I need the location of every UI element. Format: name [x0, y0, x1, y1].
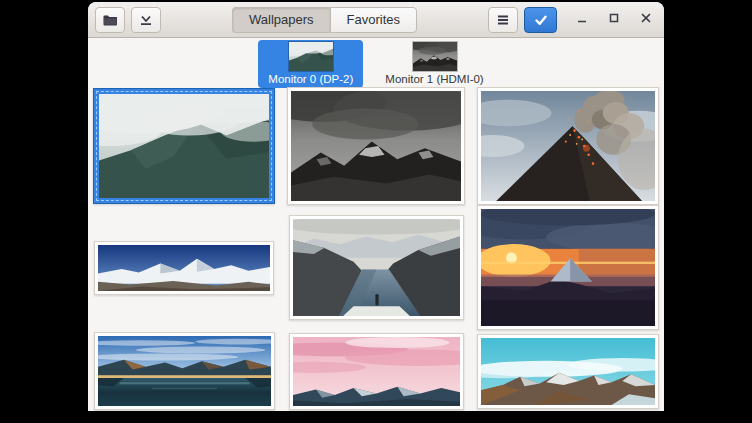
- apply-check-icon: [533, 12, 549, 28]
- maximize-icon: [607, 11, 621, 28]
- wallpaper-picker-window: Wallpapers Favorites: [88, 2, 664, 411]
- headerbar: Wallpapers Favorites: [88, 2, 664, 38]
- apply-button[interactable]: [524, 7, 557, 33]
- tab-wallpapers[interactable]: Wallpapers: [232, 7, 330, 33]
- wallpaper-thumbnail-turquoise-sky-snow-mountains[interactable]: [477, 334, 659, 409]
- open-folder-button[interactable]: [95, 7, 125, 33]
- wallpaper-thumbnail-mountain-lake-reflection[interactable]: [94, 332, 275, 410]
- wallpaper-thumbnail-snowy-panorama-blue-sky[interactable]: [94, 241, 274, 295]
- wallpaper-thumbnail-foggy-teal-mountain[interactable]: [93, 88, 275, 204]
- wallpaper-thumbnail-erupting-volcano[interactable]: [477, 87, 659, 205]
- menu-icon: [495, 12, 511, 28]
- minimize-icon: [575, 11, 589, 28]
- monitor-1-thumbnail: [413, 42, 457, 71]
- wallpaper-grid: [88, 88, 664, 411]
- go-bottom-icon: [138, 12, 154, 28]
- headerbar-left-group: [95, 7, 161, 33]
- minimize-button[interactable]: [571, 9, 593, 31]
- menu-button[interactable]: [488, 7, 518, 33]
- close-icon: [639, 11, 653, 28]
- monitor-0-label: Monitor 0 (DP-2): [268, 73, 353, 85]
- monitor-item-1[interactable]: Monitor 1 (HDMI-0): [375, 40, 493, 88]
- monitor-selector: Monitor 0 (DP-2) Monitor 1 (HDMI-0): [88, 38, 664, 88]
- monitor-item-0[interactable]: Monitor 0 (DP-2): [258, 40, 363, 88]
- wallpaper-thumbnail-pink-pastel-sky-peaks[interactable]: [289, 333, 464, 410]
- position-button[interactable]: [131, 7, 161, 33]
- close-button[interactable]: [635, 9, 657, 31]
- view-switcher: Wallpapers Favorites: [232, 7, 417, 33]
- wallpaper-thumbnail-monochrome-storm-peaks[interactable]: [287, 87, 465, 205]
- tab-favorites[interactable]: Favorites: [330, 7, 417, 33]
- wallpaper-thumbnail-fjord-aerial-view[interactable]: [289, 215, 464, 320]
- folder-open-icon: [102, 12, 118, 28]
- wallpaper-thumbnail-mountain-sunset-aerial[interactable]: [477, 205, 659, 330]
- monitor-0-thumbnail: [289, 42, 333, 71]
- monitor-1-label: Monitor 1 (HDMI-0): [385, 73, 483, 85]
- maximize-button[interactable]: [603, 9, 625, 31]
- headerbar-right-group: [488, 7, 657, 33]
- window-controls: [571, 9, 657, 31]
